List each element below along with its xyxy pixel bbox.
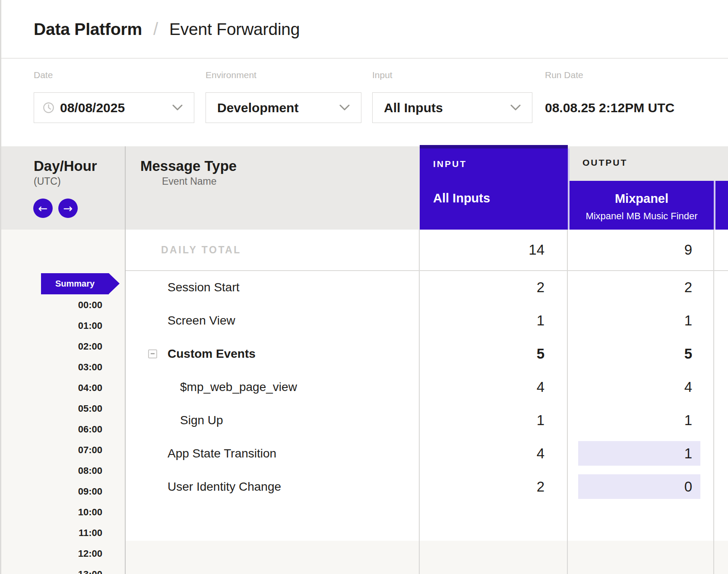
hour-item[interactable]: 09:00 — [1, 481, 102, 502]
table-header: Day/Hour (UTC) ← → Message Type Event Na… — [1, 146, 728, 230]
row-output-value: 5 — [569, 337, 692, 370]
row-output-value: 1 — [569, 404, 692, 437]
input-column-accent-strip — [420, 145, 568, 148]
row-input-value: 4 — [420, 370, 544, 404]
date-value: 08/08/2025 — [60, 101, 125, 115]
hour-item[interactable]: 03:00 — [1, 357, 102, 378]
output-connector-header[interactable]: Mixpanel Mixpanel MB Music Finder — [570, 181, 714, 230]
environment-dropdown[interactable]: Development — [206, 92, 361, 123]
page-left-border — [0, 0, 1, 574]
row-output-value: 2 — [569, 271, 692, 304]
breadcrumb: Data Platform/Event Forwarding — [34, 19, 300, 39]
table-row: Screen View 1 1 — [126, 304, 728, 337]
row-output-value: 1 — [569, 304, 692, 337]
hour-item[interactable]: 10:00 — [1, 502, 102, 523]
table-row: Sign Up 1 1 — [126, 404, 728, 437]
environment-value: Development — [217, 101, 298, 115]
daily-total-row: DAILY TOTAL 14 9 — [126, 230, 728, 271]
date-dropdown[interactable]: 08/08/2025 — [34, 92, 194, 123]
hour-item[interactable]: 06:00 — [1, 419, 102, 440]
breadcrumb-separator: / — [153, 19, 158, 38]
hour-item[interactable]: 00:00 — [1, 295, 102, 315]
input-dropdown[interactable]: All Inputs — [372, 92, 532, 123]
row-input-value: 2 — [420, 470, 544, 503]
row-label: Sign Up — [180, 413, 223, 427]
day-hour-utc-label: (UTC) — [34, 176, 61, 187]
run-date-value: 08.08.25 2:12PM UTC — [545, 92, 674, 123]
collapse-minus-icon[interactable] — [148, 349, 157, 358]
table-row: User Identity Change 2 0 — [126, 470, 728, 503]
date-label: Date — [34, 70, 53, 80]
day-hour-header: Day/Hour — [34, 158, 97, 174]
environment-label: Environment — [206, 70, 256, 80]
page-title: Event Forwarding — [169, 20, 300, 38]
table-row: Custom Events 5 5 — [126, 337, 728, 370]
connector-name: Mixpanel — [570, 192, 714, 206]
row-label: $mp_web_page_view — [180, 380, 297, 394]
daily-total-input-value: 14 — [420, 230, 544, 270]
row-output-value: 1 — [569, 437, 692, 470]
table-row: Session Start 2 2 — [126, 271, 728, 304]
output-section-label: OUTPUT — [582, 158, 627, 168]
row-input-value: 5 — [420, 337, 544, 370]
table-footer-band — [1, 541, 728, 574]
hour-item[interactable]: 11:00 — [1, 523, 102, 543]
row-input-value: 2 — [420, 271, 544, 304]
day-navigation: ← → — [33, 199, 78, 218]
row-label: App State Transition — [168, 447, 276, 460]
input-column-header[interactable]: INPUT All Inputs — [420, 145, 568, 230]
breadcrumb-data-platform[interactable]: Data Platform — [34, 20, 142, 38]
input-value: All Inputs — [384, 101, 443, 115]
chevron-down-icon — [510, 104, 521, 111]
hour-item[interactable]: 07:00 — [1, 440, 102, 460]
event-name-subheader: Event Name — [162, 176, 217, 187]
row-input-value: 4 — [420, 437, 544, 470]
next-output-column-partial — [715, 181, 728, 230]
row-input-value: 1 — [420, 404, 544, 437]
daily-total-output-value: 9 — [569, 230, 692, 270]
chevron-down-icon — [339, 104, 350, 111]
hour-list: 00:00 01:00 02:00 03:00 04:00 05:00 06:0… — [1, 295, 102, 574]
daily-total-label: DAILY TOTAL — [161, 230, 241, 270]
clock-icon — [43, 102, 54, 114]
row-label: User Identity Change — [168, 480, 281, 494]
summary-tab-label: Summary — [55, 279, 95, 289]
hour-item[interactable]: 05:00 — [1, 398, 102, 419]
hour-item[interactable]: 04:00 — [1, 378, 102, 398]
run-date-label: Run Date — [545, 70, 583, 80]
hour-item[interactable]: 08:00 — [1, 460, 102, 481]
previous-day-button[interactable]: ← — [33, 199, 53, 218]
hour-item[interactable]: 13:00 — [1, 564, 102, 574]
input-column-name: All Inputs — [433, 191, 490, 205]
top-bar: Data Platform/Event Forwarding — [1, 0, 728, 59]
row-output-value: 0 — [569, 470, 692, 503]
next-day-button[interactable]: → — [58, 199, 78, 218]
row-label: Custom Events — [168, 347, 256, 361]
table-row: App State Transition 4 1 — [126, 437, 728, 470]
hour-item[interactable]: 12:00 — [1, 543, 102, 564]
hour-item[interactable]: 01:00 — [1, 315, 102, 336]
event-forwarding-page: Data Platform/Event Forwarding Date Envi… — [0, 0, 728, 574]
chevron-down-icon — [172, 104, 183, 111]
row-input-value: 1 — [420, 304, 544, 337]
hour-item[interactable]: 02:00 — [1, 336, 102, 357]
table-row: $mp_web_page_view 4 4 — [126, 370, 728, 404]
arrow-left-icon: ← — [38, 202, 48, 215]
filter-bar: Date Environment Input Run Date 08/08/20… — [1, 60, 728, 146]
summary-tab[interactable]: Summary — [41, 273, 109, 294]
row-label: Session Start — [168, 281, 240, 294]
input-section-label: INPUT — [433, 159, 467, 169]
arrow-right-icon: → — [63, 202, 73, 215]
message-type-header: Message Type — [140, 158, 237, 174]
connector-subtitle: Mixpanel MB Music Finder — [570, 211, 714, 222]
message-type-rows: Session Start 2 2 Screen View 1 1 Custom… — [126, 271, 728, 503]
row-label: Screen View — [168, 314, 235, 328]
input-label: Input — [372, 70, 392, 80]
row-output-value: 4 — [569, 370, 692, 404]
